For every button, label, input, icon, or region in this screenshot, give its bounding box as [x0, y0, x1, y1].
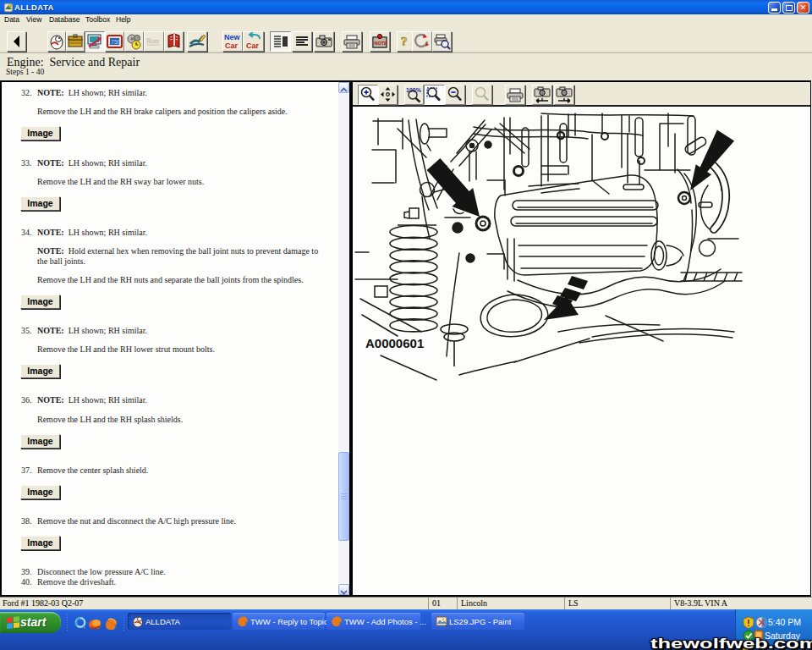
svg-text:NOTE: NOTE [375, 41, 388, 46]
svg-text:A0000601: A0000601 [365, 336, 424, 350]
svg-text:Car: Car [246, 41, 260, 50]
svg-text:Buzz: Buzz [146, 37, 160, 45]
svg-text:?: ? [401, 35, 408, 48]
svg-text:New: New [224, 33, 241, 41]
svg-text:750: 750 [111, 39, 121, 45]
svg-text:Car: Car [225, 41, 239, 50]
